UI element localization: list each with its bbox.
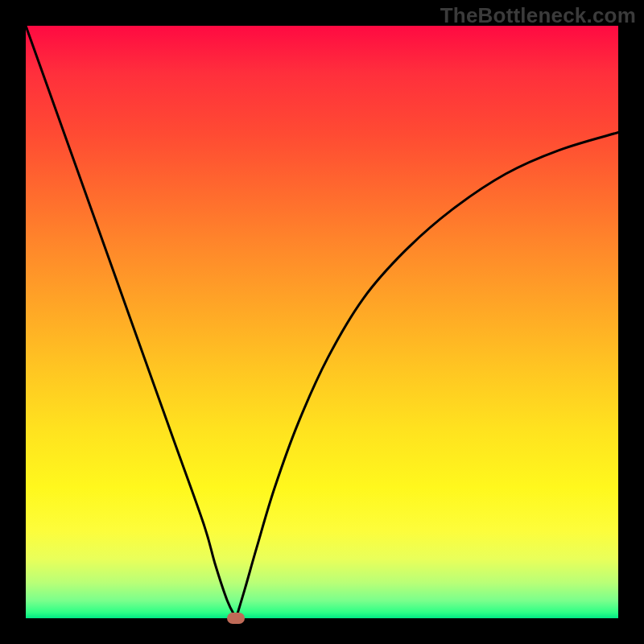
- minimum-marker: [227, 613, 245, 624]
- curve-path: [26, 26, 618, 618]
- watermark-text: TheBottleneck.com: [440, 3, 636, 28]
- chart-frame: TheBottleneck.com: [0, 0, 644, 644]
- plot-area: [26, 26, 618, 618]
- bottleneck-curve: [26, 26, 618, 618]
